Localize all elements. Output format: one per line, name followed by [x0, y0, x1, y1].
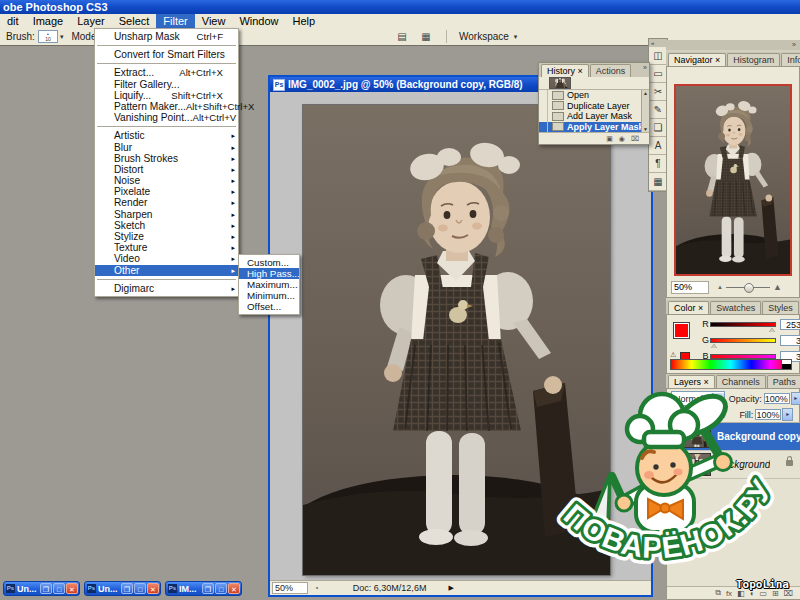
- document-canvas[interactable]: [270, 92, 651, 581]
- minimized-doc-window-2[interactable]: Ps Un... ❐ □ ✕: [84, 581, 161, 596]
- history-footer-button[interactable]: ▣: [606, 135, 613, 143]
- filter-menu-item[interactable]: Pixelate ▸: [95, 186, 238, 197]
- layer-row[interactable]: Background copy: [667, 423, 800, 451]
- lock-buttons[interactable]: ▫✛✥▣: [696, 411, 726, 419]
- filter-menu-item[interactable]: Filter Gallery... ▸: [95, 79, 238, 90]
- panel-tab[interactable]: Styles: [762, 301, 799, 314]
- panel-tab[interactable]: Histogram: [727, 53, 780, 66]
- workspace-menu-button[interactable]: Workspace ▾: [459, 31, 519, 42]
- dock-icon-button[interactable]: ◫: [649, 47, 667, 65]
- go-to-bridge-button[interactable]: ▦: [418, 30, 434, 43]
- panel-tab[interactable]: Swatches: [710, 301, 761, 314]
- history-source-column[interactable]: [539, 101, 548, 112]
- navigator-proxy-view[interactable]: [674, 84, 792, 276]
- palettes-button[interactable]: ▤: [394, 30, 410, 43]
- filter-menu-item[interactable]: Brush Strokes ▸: [95, 153, 238, 164]
- zoom-out-mountain-icon[interactable]: ▲: [717, 284, 723, 290]
- panel-tab[interactable]: Actions: [590, 64, 632, 77]
- history-scrollbar[interactable]: ▲ ▼: [641, 90, 649, 132]
- submenu-item[interactable]: High Pass...: [239, 268, 299, 279]
- minimized-doc-window-1[interactable]: Ps Un... ❐ □ ✕: [3, 581, 80, 596]
- opacity-value[interactable]: 100%: [764, 393, 790, 404]
- filter-menu-item[interactable]: Vanishing Point... Alt+Ctrl+V ▸: [95, 112, 238, 123]
- dock-icon-button[interactable]: ▦: [649, 173, 667, 191]
- filter-menu-item[interactable]: Extract... Alt+Ctrl+X ▸: [95, 67, 238, 78]
- menu-bar-item[interactable]: Window: [232, 14, 285, 28]
- filter-menu-item[interactable]: ▸: [97, 63, 236, 64]
- filter-menu-item[interactable]: ▸: [97, 126, 236, 127]
- lock-transparency-icon[interactable]: ▫: [696, 411, 698, 419]
- menu-bar-item[interactable]: Image: [26, 14, 71, 28]
- close-button[interactable]: ✕: [66, 583, 78, 594]
- panel-tab[interactable]: Layers ×: [668, 375, 715, 388]
- menu-bar-item[interactable]: dit: [0, 14, 26, 28]
- filter-menu-item[interactable]: Other ▸: [95, 265, 238, 276]
- history-source-column[interactable]: [539, 111, 548, 122]
- panel-tab[interactable]: Info: [781, 53, 800, 66]
- color-spectrum-ramp[interactable]: [670, 359, 792, 370]
- green-channel-value[interactable]: 3: [780, 335, 800, 346]
- navigator-zoom-field[interactable]: 50%: [671, 281, 709, 294]
- panel-tab[interactable]: Channels: [716, 375, 766, 388]
- history-source-column[interactable]: [539, 122, 548, 133]
- maximize-button[interactable]: □: [215, 583, 227, 594]
- brush-dropdown-arrow-icon[interactable]: ▾: [60, 33, 64, 41]
- dock-collapse-bar[interactable]: »: [666, 40, 800, 50]
- filter-menu-item[interactable]: Distort ▸: [95, 164, 238, 175]
- scroll-up-icon[interactable]: ▲: [642, 90, 649, 96]
- filter-menu-item[interactable]: Video ▸: [95, 253, 238, 264]
- brush-preset-picker[interactable]: •10: [38, 30, 58, 43]
- filter-menu-item[interactable]: Noise ▸: [95, 175, 238, 186]
- filter-menu-item[interactable]: Convert for Smart Filters ▸: [95, 49, 238, 60]
- menu-bar-item[interactable]: View: [195, 14, 233, 28]
- filter-menu-item[interactable]: ▸: [97, 45, 236, 46]
- filter-menu-item[interactable]: Digimarc ▸: [95, 283, 238, 294]
- app-title-bar[interactable]: obe Photoshop CS3: [0, 0, 800, 14]
- layers-footer-button[interactable]: fx: [726, 589, 732, 598]
- navigator-zoom-slider[interactable]: [726, 282, 770, 293]
- zoom-in-mountain-icon[interactable]: ▲: [773, 282, 782, 292]
- restore-button[interactable]: ❐: [202, 583, 214, 594]
- history-snapshot-row[interactable]: [539, 77, 649, 90]
- slider-thumb[interactable]: [711, 344, 717, 348]
- filter-menu-item[interactable]: Artistic ▸: [95, 130, 238, 141]
- filter-menu-item[interactable]: Liquify... Shift+Ctrl+X ▸: [95, 90, 238, 101]
- status-flyout-arrow-icon[interactable]: ▶: [448, 584, 453, 592]
- green-channel-slider[interactable]: [710, 338, 776, 343]
- gamut-warning-icon[interactable]: ⚠: [670, 351, 676, 359]
- history-source-column[interactable]: [539, 90, 548, 101]
- dock-icon-button[interactable]: ▭: [649, 65, 667, 83]
- slider-thumb[interactable]: [744, 283, 754, 293]
- lock-pixels-icon[interactable]: ✛: [701, 411, 707, 419]
- photo-image[interactable]: [303, 105, 610, 575]
- layer-thumbnail[interactable]: [683, 453, 711, 476]
- layers-footer-button[interactable]: ⧉: [715, 588, 721, 598]
- history-state-row[interactable]: Add Layer Mask: [539, 111, 649, 122]
- panel-tab[interactable]: Navigator ×: [668, 53, 726, 66]
- history-state-row[interactable]: Apply Layer Mask: [539, 122, 649, 133]
- lock-position-icon[interactable]: ✥: [710, 411, 716, 419]
- filter-menu-item[interactable]: Sharpen ▸: [95, 209, 238, 220]
- collapse-arrows-icon[interactable]: «: [649, 39, 667, 47]
- visibility-eye-column[interactable]: [667, 423, 679, 450]
- dock-icon-button[interactable]: ¶: [649, 155, 667, 173]
- menu-bar-item[interactable]: Layer: [70, 14, 112, 28]
- status-zoom-field[interactable]: 50%: [272, 582, 308, 594]
- restore-button[interactable]: ❐: [121, 583, 133, 594]
- menu-bar-item[interactable]: Filter: [156, 14, 194, 28]
- filter-menu-item[interactable]: Unsharp Mask Ctrl+F ▸: [95, 31, 238, 42]
- dock-icon-button[interactable]: A: [649, 137, 667, 155]
- blend-mode-select[interactable]: Normal ▾: [671, 391, 725, 406]
- red-channel-slider[interactable]: [710, 322, 776, 327]
- blue-channel-slider[interactable]: [710, 354, 776, 359]
- history-footer-button[interactable]: ◉: [619, 135, 625, 143]
- layer-thumbnail[interactable]: [683, 425, 711, 448]
- submenu-item[interactable]: Custom...: [239, 257, 299, 268]
- submenu-item[interactable]: Maximum...: [239, 279, 299, 290]
- lock-all-icon[interactable]: ▣: [719, 411, 726, 419]
- close-button[interactable]: ✕: [228, 583, 240, 594]
- maximize-button[interactable]: □: [134, 583, 146, 594]
- submenu-item[interactable]: Minimum...: [239, 290, 299, 301]
- filter-menu-item[interactable]: ▸: [97, 279, 236, 280]
- layer-row[interactable]: Background: [667, 451, 800, 479]
